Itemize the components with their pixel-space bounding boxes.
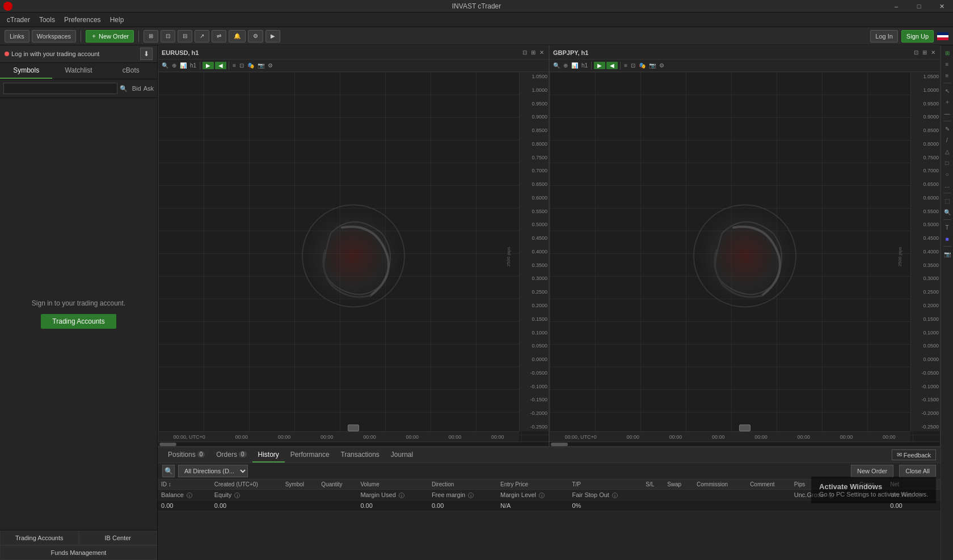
ct-settings-btn[interactable]: ⚙ [267, 62, 274, 69]
rs-btn-camera[interactable]: 📷 [942, 249, 952, 259]
chart-eurusd-maximize[interactable]: ⊞ [530, 49, 537, 56]
ct2-chart-btn[interactable]: 📊 [570, 62, 579, 69]
ib-center-button[interactable]: IB Center [79, 531, 158, 545]
fair-stop-out-info-icon[interactable]: i [612, 493, 618, 498]
ct-screenshot-btn[interactable]: 📷 [256, 62, 265, 69]
rs-btn-plus[interactable]: ＋ [942, 97, 952, 107]
chart-gbpjpy-scrollbar-thumb[interactable] [551, 443, 568, 446]
rs-btn-fill[interactable]: ■ [942, 234, 952, 244]
unc-gross-info-icon[interactable]: i [828, 493, 834, 498]
ct-indicator-btn[interactable]: ≡ [231, 62, 237, 69]
trading-accounts-button[interactable]: Trading Accounts [41, 314, 116, 329]
toolbar-icon-2[interactable]: ⊡ [161, 30, 175, 43]
login-button[interactable]: Log In [870, 30, 898, 43]
toolbar-icon-6[interactable]: 🔔 [229, 30, 246, 43]
ct2-indicator-btn[interactable]: ≡ [623, 62, 629, 69]
ct-chart-btn[interactable]: 📊 [179, 62, 188, 69]
feedback-button[interactable]: ✉ Feedback [892, 449, 936, 460]
ct2-settings-btn[interactable]: ⚙ [658, 62, 665, 69]
rs-btn-square[interactable]: □ [942, 158, 952, 168]
rs-btn-search[interactable]: 🔍 [942, 207, 952, 217]
workspaces-button[interactable]: Workspaces [32, 30, 76, 43]
chart-gbpjpy-close[interactable]: ✕ [930, 49, 937, 56]
rs-btn-pencil[interactable]: ✎ [942, 124, 952, 134]
margin-used-info-icon[interactable]: i [399, 493, 404, 498]
ct-cursor-btn[interactable]: ⊕ [171, 62, 178, 69]
direction-select[interactable]: All Directions (D... Buy Sell [178, 465, 248, 477]
chart-eurusd-close[interactable]: ✕ [538, 49, 545, 56]
rs-btn-line[interactable]: / [942, 135, 952, 145]
ct2-sell-btn[interactable]: ◀ [606, 62, 618, 69]
balance-info-icon[interactable]: i [187, 493, 192, 498]
tab-journal[interactable]: Journal [385, 447, 419, 463]
download-button[interactable]: ⬇ [140, 48, 153, 60]
toolbar-icon-4[interactable]: ↗ [195, 30, 209, 43]
rs-btn-menu[interactable]: ≡ [942, 70, 952, 80]
language-flag[interactable] [937, 32, 948, 40]
menu-preferences[interactable]: Preferences [60, 14, 106, 26]
links-button[interactable]: Links [5, 30, 29, 43]
equity-info-icon[interactable]: i [234, 493, 240, 498]
search-input[interactable] [3, 83, 117, 94]
ct-zoom-btn[interactable]: 🔍 [161, 62, 170, 69]
funds-management-button[interactable]: Funds Management [0, 545, 157, 560]
ct-sell-btn[interactable]: ◀ [215, 62, 226, 69]
rs-btn-grid[interactable]: ⊞ [942, 48, 952, 58]
tab-symbols[interactable]: Symbols [0, 63, 52, 79]
menu-tools[interactable]: Tools [35, 14, 60, 26]
ct-buy-btn[interactable]: ▶ [203, 62, 214, 69]
chart-eurusd-popout[interactable]: ⊡ [521, 49, 528, 56]
ct2-period-btn[interactable]: h1 [580, 62, 589, 69]
menu-help[interactable]: Help [106, 14, 129, 26]
ct-period-btn[interactable]: h1 [189, 62, 197, 69]
ct2-cursor-btn[interactable]: ⊕ [562, 62, 569, 69]
tab-cbots[interactable]: cBots [105, 63, 157, 79]
chart-eurusd-scroll-thumb[interactable] [348, 425, 359, 431]
rs-btn-triangle[interactable]: △ [942, 146, 952, 156]
tab-performance[interactable]: Performance [285, 447, 335, 463]
toolbar-icon-5[interactable]: ⇌ [212, 30, 226, 43]
rs-btn-text[interactable]: T [942, 222, 952, 232]
rs-btn-circle[interactable]: ○ [942, 169, 952, 179]
maximize-button[interactable]: □ [908, 0, 930, 12]
rs-btn-cursor[interactable]: ↖ [942, 86, 952, 96]
tab-orders[interactable]: Orders 0 [210, 447, 252, 463]
tab-watchlist[interactable]: Watchlist [52, 63, 104, 79]
chart-gbpjpy-maximize[interactable]: ⊞ [921, 49, 928, 56]
margin-level-info-icon[interactable]: i [539, 493, 545, 498]
toolbar-icon-8[interactable]: ▶ [265, 30, 280, 43]
signup-button[interactable]: Sign Up [901, 30, 934, 43]
ct2-zoom-btn[interactable]: 🔍 [552, 62, 561, 69]
chart-gbpjpy-scrollbar[interactable] [550, 442, 940, 446]
trading-accounts-nav-button[interactable]: Trading Accounts [0, 531, 79, 545]
ct-template-btn[interactable]: 🎭 [246, 62, 255, 69]
new-order-bottom-button[interactable]: New Order [851, 465, 893, 477]
chart-gbpjpy-scroll-thumb[interactable] [739, 425, 750, 431]
rs-btn-magnify[interactable]: ⬚ [942, 196, 952, 206]
toolbar-icon-1[interactable]: ⊞ [144, 30, 158, 43]
new-order-button[interactable]: ＋ New Order [86, 30, 134, 43]
toolbar-icon-3[interactable]: ⊟ [178, 30, 192, 43]
chart-gbpjpy-popout[interactable]: ⊡ [913, 49, 920, 56]
ct2-buy-btn[interactable]: ▶ [594, 62, 605, 69]
tab-positions[interactable]: Positions 0 [162, 447, 210, 463]
tab-history[interactable]: History [252, 447, 285, 463]
close-button[interactable]: ✕ [930, 0, 953, 12]
menu-ctrader[interactable]: cTrader [2, 14, 35, 26]
chart-eurusd-scrollbar-thumb[interactable] [159, 443, 176, 446]
rs-btn-list[interactable]: ≡ [942, 59, 952, 69]
unr-net-info-icon[interactable]: i [916, 493, 922, 498]
close-all-button[interactable]: Close All [899, 465, 936, 477]
toolbar-icon-7[interactable]: ⚙ [248, 30, 263, 43]
ct-object-btn[interactable]: ⊡ [238, 62, 245, 69]
minimize-button[interactable]: – [885, 0, 908, 12]
ct2-object-btn[interactable]: ⊡ [630, 62, 636, 69]
ct2-template-btn[interactable]: 🎭 [638, 62, 647, 69]
chart-eurusd-scrollbar[interactable] [158, 442, 549, 446]
ct2-screenshot-btn[interactable]: 📷 [648, 62, 657, 69]
rs-btn-more[interactable]: … [942, 180, 952, 190]
bottom-search-button[interactable]: 🔍 [162, 465, 175, 477]
tab-transactions[interactable]: Transactions [335, 447, 385, 463]
rs-btn-minus[interactable]: — [942, 108, 952, 118]
free-margin-info-icon[interactable]: i [468, 493, 474, 498]
